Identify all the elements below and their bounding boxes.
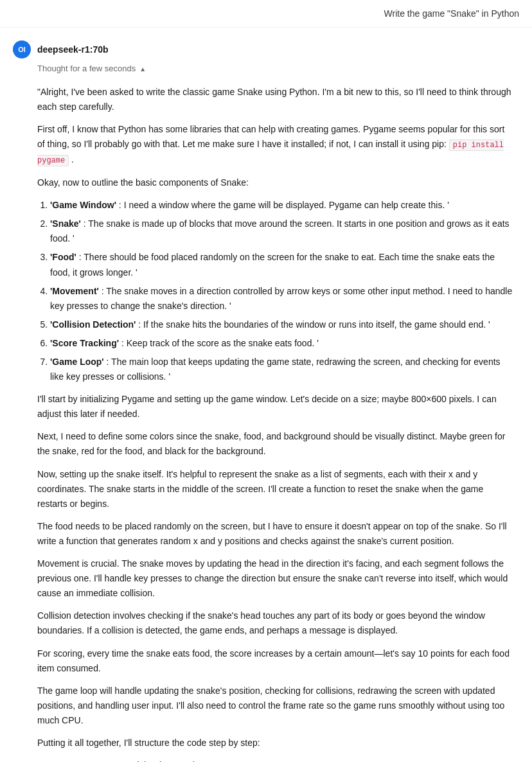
- body-para-9: Putting it all together, I'll structure …: [37, 736, 513, 750]
- main-container: OI deepseek-r1:70b Thought for a few sec…: [0, 28, 532, 762]
- steps-list: Import necessary modules (pygame). Initi…: [50, 758, 513, 762]
- list-item: 'Movement' : The snake moves in a direct…: [50, 284, 513, 314]
- term-4-rest: : The snake moves in a direction control…: [50, 286, 512, 311]
- body-para-1: I'll start by initializing Pygame and se…: [37, 392, 513, 421]
- paragraph-outline: Okay, now to outline the basic component…: [37, 175, 513, 190]
- model-name: deepseek-r1:70b: [37, 42, 109, 57]
- body-para-6: Collision detection involves checking if…: [37, 608, 513, 638]
- avatar: OI: [13, 40, 31, 58]
- thought-row[interactable]: Thought for a few seconds ▲: [37, 62, 513, 76]
- body-para-4: The food needs to be placed randomly on …: [37, 519, 513, 549]
- list-item: 'Game Window' : I need a window where th…: [50, 198, 513, 213]
- body-para-8: The game loop will handle updating the s…: [37, 684, 513, 728]
- list-item: 'Game Loop' : The main loop that keeps u…: [50, 355, 513, 384]
- top-bar: Write the game "Snake" in Python: [0, 0, 532, 28]
- components-list: 'Game Window' : I need a window where th…: [50, 198, 513, 384]
- chevron-up-icon: ▲: [139, 64, 146, 75]
- term-1: 'Game Window': [50, 200, 116, 210]
- body-para-7: For scoring, every time the snake eats f…: [37, 646, 513, 676]
- term-2-rest: : The snake is made up of blocks that mo…: [50, 218, 510, 244]
- paragraph-intro-1: "Alright, I've been asked to write the c…: [37, 85, 513, 114]
- body-para-3: Now, setting up the snake itself. It's h…: [37, 467, 513, 511]
- list-item: 'Collision Detection' : If the snake hit…: [50, 317, 513, 332]
- term-6: 'Score Tracking': [50, 338, 119, 348]
- step-item: Import necessary modules (pygame).: [50, 758, 513, 762]
- body-para-5: Movement is crucial. The snake moves by …: [37, 556, 513, 601]
- top-bar-query: Write the game "Snake" in Python: [384, 6, 519, 21]
- thought-label: Thought for a few seconds: [37, 62, 136, 76]
- term-4: 'Movement': [50, 286, 99, 296]
- paragraph-intro-2-text: First off, I know that Python has some l…: [37, 124, 504, 149]
- body-para-2: Next, I need to define some colors since…: [37, 429, 513, 459]
- list-item: 'Score Tracking' : Keep track of the sco…: [50, 336, 513, 351]
- term-7-rest: : The main loop that keeps updating the …: [50, 357, 501, 382]
- paragraph-intro-2: First off, I know that Python has some l…: [37, 122, 513, 168]
- content-area: "Alright, I've been asked to write the c…: [37, 85, 513, 762]
- term-3-rest: : There should be food placed randomly o…: [50, 252, 495, 277]
- term-5-rest: : If the snake hits the boundaries of th…: [136, 319, 490, 330]
- response-header: OI deepseek-r1:70b: [13, 40, 513, 58]
- list-item: 'Snake' : The snake is made up of blocks…: [50, 217, 513, 246]
- term-1-rest: : I need a window where the game will be…: [116, 200, 449, 210]
- term-5: 'Collision Detection': [50, 319, 136, 330]
- list-item: 'Food' : There should be food placed ran…: [50, 250, 513, 279]
- term-6-rest: : Keep track of the score as the snake e…: [119, 338, 319, 348]
- term-3: 'Food': [50, 252, 76, 262]
- term-2: 'Snake': [50, 218, 81, 229]
- term-7: 'Game Loop': [50, 357, 104, 367]
